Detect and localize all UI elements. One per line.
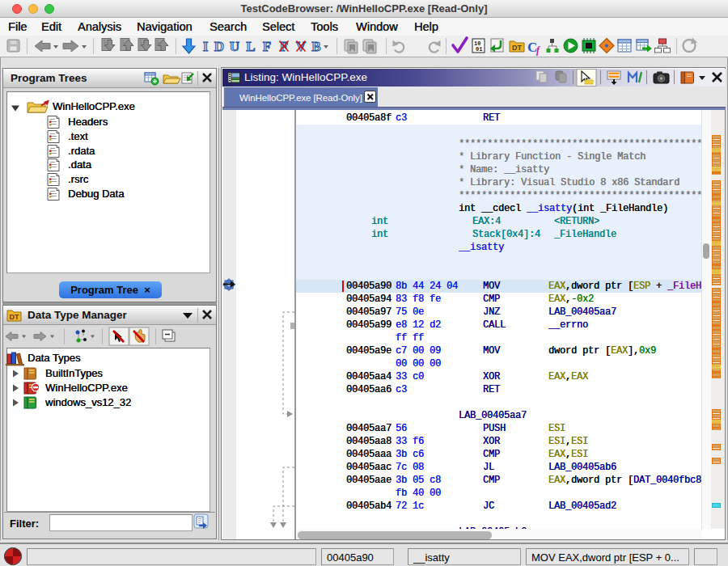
svg-text:f: f [536,44,540,56]
svg-text:D: D [214,39,224,54]
svg-text:DT: DT [512,44,522,52]
svg-text:F: F [263,39,271,54]
svg-text:DT: DT [10,313,19,321]
svg-text:B: B [311,39,320,54]
svg-text:I: I [203,39,209,54]
svg-text:L: L [246,39,255,54]
svg-text:01: 01 [476,46,482,53]
svg-text:U: U [230,39,239,54]
